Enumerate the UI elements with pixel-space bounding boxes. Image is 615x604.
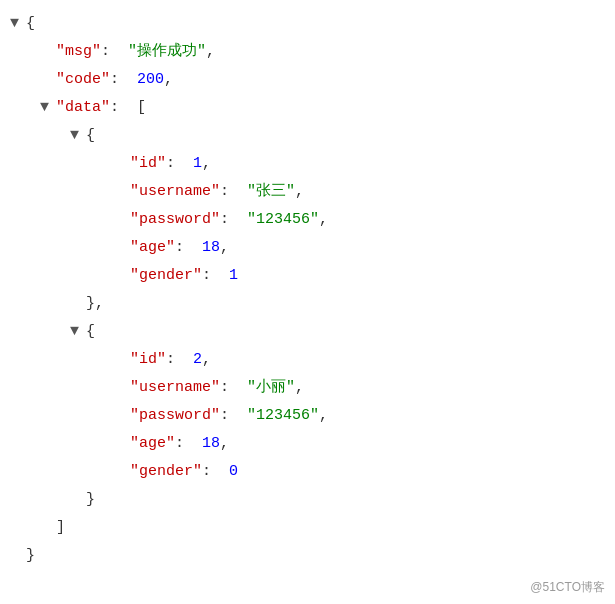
item2-password-comma: , xyxy=(319,404,328,428)
data-key: "data" xyxy=(56,96,110,120)
code-value: 200 xyxy=(137,68,164,92)
item1-gender-line: "gender" : 1 xyxy=(0,262,615,290)
item1-id-comma: , xyxy=(202,152,211,176)
item1-username-comma: , xyxy=(295,180,304,204)
item1-age-key: "age" xyxy=(130,236,175,260)
item2-id-key: "id" xyxy=(130,348,166,372)
code-line: "code" : 200 , xyxy=(0,66,615,94)
root-close-spacer xyxy=(10,544,26,568)
code-spacer xyxy=(40,68,56,92)
msg-colon: : xyxy=(101,40,128,64)
root-close-brace: } xyxy=(26,544,35,568)
item1-close-line: }, xyxy=(0,290,615,318)
data-open-line: ▼ "data" : [ xyxy=(0,94,615,122)
data-colon: : xyxy=(110,96,137,120)
code-key: "code" xyxy=(56,68,110,92)
root-close-line: } xyxy=(0,542,615,570)
item2-gender-line: "gender" : 0 xyxy=(0,458,615,486)
item1-toggle[interactable]: ▼ xyxy=(70,124,86,148)
item2-gender-value: 0 xyxy=(229,460,238,484)
item1-gender-value: 1 xyxy=(229,264,238,288)
item1-username-value: "张三" xyxy=(247,180,295,204)
item1-gender-colon: : xyxy=(202,264,229,288)
item1-password-line: "password" : "123456" , xyxy=(0,206,615,234)
item1-password-value: "123456" xyxy=(247,208,319,232)
item2-open-line: ▼ { xyxy=(0,318,615,346)
item1-close-spacer xyxy=(70,292,86,316)
root-toggle[interactable]: ▼ xyxy=(10,12,26,36)
item2-username-line: "username" : "小丽" , xyxy=(0,374,615,402)
item2-password-value: "123456" xyxy=(247,404,319,428)
data-close-bracket: ] xyxy=(56,516,65,540)
item1-username-line: "username" : "张三" , xyxy=(0,178,615,206)
item1-age-colon: : xyxy=(175,236,202,260)
item2-id-line: "id" : 2 , xyxy=(0,346,615,374)
item1-age-value: 18 xyxy=(202,236,220,260)
code-colon: : xyxy=(110,68,137,92)
item2-username-value: "小丽" xyxy=(247,376,295,400)
item2-age-key: "age" xyxy=(130,432,175,456)
item2-toggle[interactable]: ▼ xyxy=(70,320,86,344)
msg-spacer xyxy=(40,40,56,64)
item2-password-colon: : xyxy=(220,404,247,428)
msg-line: "msg" : "操作成功" , xyxy=(0,38,615,66)
root-open-brace: { xyxy=(26,12,35,36)
item1-id-value: 1 xyxy=(193,152,202,176)
item1-open-brace: { xyxy=(86,124,95,148)
item1-gender-key: "gender" xyxy=(130,264,202,288)
root-open: ▼ { xyxy=(0,10,615,38)
item2-age-line: "age" : 18 , xyxy=(0,430,615,458)
item2-id-value: 2 xyxy=(193,348,202,372)
item1-id-line: "id" : 1 , xyxy=(0,150,615,178)
item1-id-key: "id" xyxy=(130,152,166,176)
item2-close-spacer xyxy=(70,488,86,512)
item2-close-brace: } xyxy=(86,488,95,512)
item2-id-colon: : xyxy=(166,348,193,372)
item2-age-comma: , xyxy=(220,432,229,456)
data-close-line: ] xyxy=(0,514,615,542)
item1-username-key: "username" xyxy=(130,180,220,204)
item2-age-value: 18 xyxy=(202,432,220,456)
item1-open-line: ▼ { xyxy=(0,122,615,150)
msg-key: "msg" xyxy=(56,40,101,64)
json-viewer: ▼ { "msg" : "操作成功" , "code" : 200 , ▼ "d… xyxy=(0,0,615,604)
data-open-bracket: [ xyxy=(137,96,146,120)
data-close-spacer xyxy=(40,516,56,540)
item2-gender-key: "gender" xyxy=(130,460,202,484)
item1-close-brace: }, xyxy=(86,292,104,316)
item1-age-line: "age" : 18 , xyxy=(0,234,615,262)
item2-username-colon: : xyxy=(220,376,247,400)
item2-open-brace: { xyxy=(86,320,95,344)
item2-username-key: "username" xyxy=(130,376,220,400)
code-comma: , xyxy=(164,68,173,92)
msg-comma: , xyxy=(206,40,215,64)
item1-age-comma: , xyxy=(220,236,229,260)
item1-username-colon: : xyxy=(220,180,247,204)
item1-password-key: "password" xyxy=(130,208,220,232)
item1-password-comma: , xyxy=(319,208,328,232)
item2-password-line: "password" : "123456" , xyxy=(0,402,615,430)
msg-value: "操作成功" xyxy=(128,40,206,64)
item2-username-comma: , xyxy=(295,376,304,400)
watermark: @51CTO博客 xyxy=(530,579,605,596)
item1-id-colon: : xyxy=(166,152,193,176)
item2-password-key: "password" xyxy=(130,404,220,428)
item1-password-colon: : xyxy=(220,208,247,232)
item2-age-colon: : xyxy=(175,432,202,456)
item2-close-line: } xyxy=(0,486,615,514)
item2-gender-colon: : xyxy=(202,460,229,484)
item2-id-comma: , xyxy=(202,348,211,372)
data-toggle[interactable]: ▼ xyxy=(40,96,56,120)
